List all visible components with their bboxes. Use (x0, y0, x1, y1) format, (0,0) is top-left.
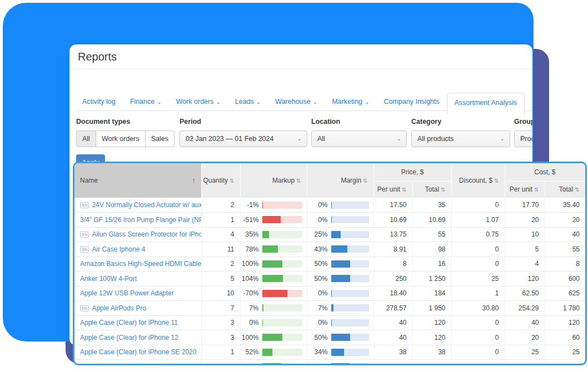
sort-icon: ⇅ (575, 187, 579, 193)
margin-cell: 7% (307, 301, 373, 316)
cost-per-unit-cell: 17.70 (505, 198, 545, 213)
document-types-option-work-orders[interactable]: Work orders (96, 130, 146, 147)
markup-bar (262, 275, 302, 282)
tab-activity-log[interactable]: Activity log (75, 93, 123, 111)
product-name-link[interactable]: SNAir Case Iphone 4 (74, 242, 201, 257)
quantity-cell: 1 (201, 345, 240, 360)
price-total-cell: 38 (412, 345, 451, 360)
table-row: Apple Case (Clear) for iPhone SE 2020152… (74, 345, 585, 360)
product-name-link[interactable]: Apple 12W USB Power Adapter (74, 286, 201, 301)
page-title: Reports (69, 44, 532, 69)
column-header-price-per-unit[interactable]: Per unit⇅ (373, 181, 412, 198)
markup-cell: -51% (240, 213, 307, 228)
discount-cell: 0 (451, 198, 505, 213)
price-per-unit-cell: 10.69 (373, 213, 412, 228)
column-header-cost-total[interactable]: Total⇅ (545, 181, 585, 198)
tab-finance[interactable]: Finance⌄ (123, 93, 169, 111)
document-types-option-sales[interactable]: Sales (146, 130, 175, 147)
margin-cell: 0% (307, 213, 373, 228)
price-per-unit-cell: 278.57 (373, 301, 412, 316)
sort-icon: ⇅ (534, 187, 539, 193)
tab-assortment-analysis[interactable]: Assortment Analysis (447, 93, 525, 114)
document-types-option-all[interactable]: All (76, 130, 96, 147)
margin-cell: 25% (307, 227, 373, 242)
column-header-cost-group: Cost, $ (505, 163, 585, 181)
cost-per-unit-cell: 20 (505, 213, 545, 228)
discount-cell: 0 (451, 360, 505, 366)
category-label: Category (411, 118, 510, 125)
quantity-cell: 3 (201, 330, 240, 345)
product-name-link[interactable]: Apple iPhone 11 Silicone Case (Pink Sand… (74, 360, 201, 366)
column-header-markup[interactable]: Markup⇅ (240, 163, 307, 198)
margin-cell: 0% (307, 315, 373, 330)
table-body: SN24V Normally Closed Actuator w/ aux. s… (74, 198, 585, 365)
markup-cell: 100% (240, 330, 307, 345)
filter-group-by: Group by Products ⌄ (514, 118, 532, 147)
quantity-cell: 2 (201, 257, 240, 272)
tab-warehouse[interactable]: Warehouse⌄ (268, 93, 325, 111)
category-dropdown[interactable]: All products ⌄ (411, 130, 510, 147)
margin-bar (331, 275, 369, 282)
discount-cell: 1.07 (451, 213, 505, 228)
table-row: Anker 100W 4-Port5104%50%2501 2502512060… (74, 272, 585, 286)
product-name-link[interactable]: SNAilun Glass Screen Protector for iPhon… (74, 227, 201, 242)
margin-cell: 49% (307, 360, 373, 366)
quantity-cell: 10 (201, 286, 240, 301)
cost-total-cell: 20 (545, 213, 585, 228)
column-header-price-total[interactable]: Total⇅ (412, 181, 451, 198)
markup-cell: -70% (240, 286, 307, 301)
chevron-down-icon: ⌄ (397, 131, 401, 147)
markup-bar (262, 334, 302, 341)
price-total-cell: 55 (412, 227, 451, 242)
chevron-down-icon: ⌄ (216, 99, 220, 105)
column-header-cost-per-unit[interactable]: Per unit⇅ (505, 181, 545, 198)
serial-number-badge: SN (80, 202, 89, 208)
column-header-name[interactable]: Name ↑ (74, 163, 201, 198)
period-dropdown[interactable]: 02 Jan 2023 — 01 Feb 2024 ⌄ (180, 130, 307, 147)
product-name-link[interactable]: Apple Case (Clear) for iPhone 11 (74, 315, 201, 330)
column-header-discount[interactable]: Discount, $⇅ (451, 163, 505, 198)
sort-icon: ⇅ (296, 178, 301, 184)
product-name-link[interactable]: Apple Case (Clear) for iPhone SE 2020 (74, 345, 201, 360)
tab-work-orders[interactable]: Work orders⌄ (169, 93, 228, 111)
column-header-margin[interactable]: Margin⇅ (307, 163, 373, 198)
margin-bar (331, 231, 369, 238)
quantity-cell: 3 (201, 315, 240, 330)
markup-cell: 0% (240, 315, 307, 330)
cost-per-unit-cell: 10 (505, 227, 545, 242)
document-types-label: Document types (76, 118, 175, 125)
margin-bar (331, 363, 369, 365)
discount-cell: 0 (451, 242, 505, 257)
product-name-link[interactable]: Apple Case (Clear) for iPhone 12 (74, 330, 201, 345)
cost-per-unit-cell: 35.67 (505, 360, 545, 366)
chevron-down-icon: ⌄ (313, 99, 317, 105)
tab-leads[interactable]: Leads⌄ (228, 93, 268, 111)
discount-cell: 0 (451, 257, 505, 272)
product-name-link[interactable]: Anker 100W 4-Port (74, 272, 201, 286)
quantity-cell: 11 (201, 242, 240, 257)
column-header-quantity[interactable]: Quantity⇅ (201, 163, 240, 198)
product-name-link[interactable]: SN24V Normally Closed Actuator w/ aux. s… (74, 198, 201, 213)
margin-bar (331, 260, 369, 268)
price-per-unit-cell: 13.75 (373, 227, 412, 242)
tab-marketing[interactable]: Marketing⌄ (325, 93, 376, 111)
quantity-cell: 4 (201, 227, 240, 242)
markup-cell: -1% (240, 198, 307, 213)
product-name-link[interactable]: Amazon Basics High-Speed HDMI Cable For … (74, 257, 201, 272)
location-dropdown[interactable]: All ⌄ (311, 130, 407, 147)
margin-cell: 43% (307, 242, 373, 257)
product-name-link[interactable]: 3/4" GF 15/26 Iron Pump Flange Pair (NPT… (74, 213, 201, 228)
price-per-unit-cell: 70 (373, 360, 412, 366)
margin-bar (331, 290, 369, 297)
product-name-link[interactable]: SNApple AirPods Pro (74, 301, 201, 316)
filters-bar: Document types AllWork ordersSales Perio… (69, 118, 532, 157)
assortment-table-region: Name ↑ Quantity⇅ Markup⇅ Margin⇅ Price, … (73, 162, 587, 365)
price-per-unit-cell: 8 (373, 257, 412, 272)
table-row: Apple 12W USB Power Adapter10-70%0%18.40… (74, 286, 585, 301)
price-total-cell: 1 250 (412, 272, 451, 286)
margin-cell: 50% (307, 330, 373, 345)
chevron-down-icon: ⌄ (157, 99, 161, 105)
group-by-dropdown[interactable]: Products ⌄ (514, 130, 532, 147)
assortment-table: Name ↑ Quantity⇅ Markup⇅ Margin⇅ Price, … (74, 163, 586, 365)
tab-company-insights[interactable]: Company Insights (376, 93, 446, 111)
